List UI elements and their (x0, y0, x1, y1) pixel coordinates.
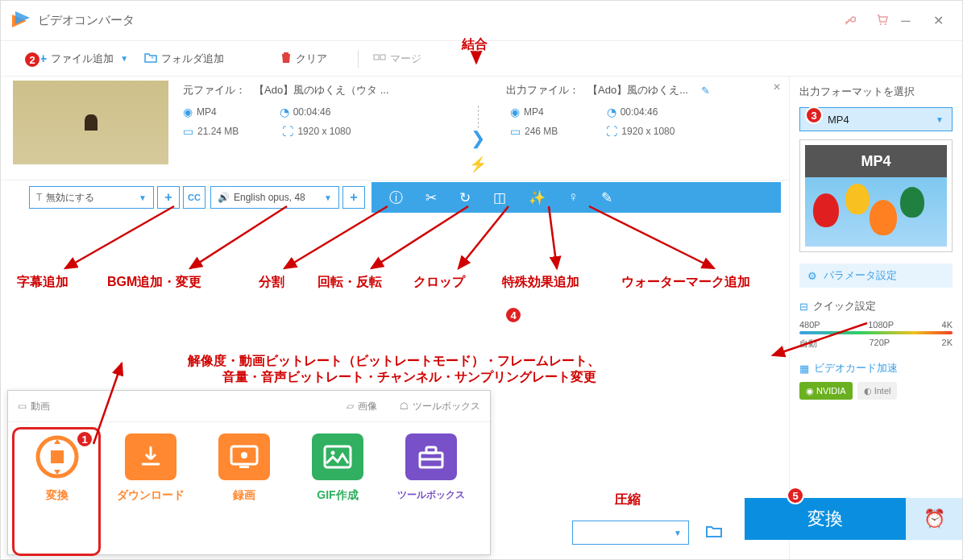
output-path-select[interactable]: ▼ (572, 521, 689, 545)
open-folder-icon[interactable] (705, 524, 723, 542)
clear-button[interactable]: クリア (280, 51, 327, 66)
annot-bgm: BGM追加・変更 (107, 274, 201, 291)
folder-icon: ▭ (183, 125, 193, 138)
effect-icon[interactable]: ✨ (529, 189, 546, 206)
add-folder-button[interactable]: + フォルダ追加 (144, 52, 224, 66)
chip-icon: ▦ (799, 363, 809, 375)
annot-watermark: ウォーターマーク追加 (621, 274, 750, 291)
settings-icon: ⚙ (807, 270, 817, 282)
info-icon[interactable]: ⓘ (389, 189, 403, 207)
annot-subtitle: 字幕追加 (17, 274, 68, 291)
chevron-down-icon: ▼ (674, 529, 682, 537)
gpu-accel-title: ▦ ビデオカード加速 (799, 361, 953, 375)
subtitle-edit-icon[interactable]: ✎ (601, 189, 612, 206)
quality-slider[interactable] (799, 331, 953, 334)
minimize-button[interactable]: ─ (890, 9, 922, 33)
annot-params1: 解像度・動画ビットレート（ビットレートモード）・フレームレート、 (188, 353, 600, 370)
convert-button[interactable]: 変換 (745, 498, 906, 540)
video-icon: ▭ (18, 400, 27, 412)
intel-badge: ◐Intel (857, 382, 898, 400)
speaker-icon: 🔊 (218, 192, 230, 203)
badge-2: 2 (23, 51, 41, 68)
svg-rect-11 (325, 446, 351, 467)
chevron-down-icon: ▼ (139, 193, 147, 202)
parameter-settings-button[interactable]: ⚙ パラメータ設定 (799, 263, 953, 288)
chevron-down-icon: ▼ (324, 193, 332, 202)
svg-point-0 (880, 23, 882, 24)
mode-record[interactable]: 録画 (205, 433, 284, 503)
key-icon[interactable] (845, 12, 859, 30)
edit-icon[interactable]: ✎ (701, 85, 710, 97)
merge-icon (373, 52, 386, 65)
crop-icon[interactable]: ◫ (493, 189, 506, 206)
tab-image[interactable]: ▱画像 (347, 400, 377, 413)
badge-1: 1 (76, 430, 93, 448)
nvidia-badge: ◉NVIDIA (799, 382, 853, 400)
source-file-name: 【Ado】風のゆくえ（ウタ ... (254, 83, 389, 97)
badge-5: 5 (787, 487, 804, 504)
text-icon: T (36, 192, 42, 203)
cc-button[interactable]: CC (183, 186, 205, 209)
resolution-icon: ⛶ (282, 125, 293, 138)
app-logo-icon (9, 10, 31, 32)
annot-compress: 圧縮 (615, 492, 641, 508)
mode-toolbox[interactable]: ツールボックス (392, 433, 471, 503)
output-file-label: 出力ファイル： (506, 83, 579, 97)
cut-icon[interactable]: ✂ (425, 189, 437, 206)
chevron-down-icon: ▼ (936, 115, 944, 124)
remove-file-button[interactable]: ✕ (773, 81, 781, 93)
mode-download[interactable]: ダウンロード (111, 433, 190, 503)
quick-settings-title: ⊟ クイック設定 (799, 299, 953, 313)
svg-text:+: + (151, 55, 154, 60)
source-file-label: 元ファイル： (183, 83, 246, 97)
format-preview: MP4 (799, 139, 953, 252)
add-subtitle-button[interactable]: + (157, 186, 180, 209)
video-thumbnail[interactable] (13, 81, 168, 164)
bolt-icon: ⚡ (469, 156, 487, 173)
app-title: ビデオコンバータ (38, 13, 845, 28)
clock-icon: ◔ (607, 106, 616, 118)
add-file-button[interactable]: + ファイル追加 ▼ (39, 52, 128, 66)
audio-select[interactable]: 🔊 English opus, 48 ▼ (210, 186, 339, 209)
resolution-icon: ⛶ (606, 125, 617, 138)
svg-point-1 (885, 23, 886, 24)
slider-icon: ⊟ (799, 301, 808, 313)
close-button[interactable]: ✕ (922, 9, 954, 33)
svg-rect-4 (380, 55, 385, 60)
mode-convert[interactable]: 1 変換 (18, 433, 97, 503)
svg-point-9 (241, 452, 247, 458)
add-audio-button[interactable]: + (342, 186, 365, 209)
merge-button[interactable]: マージ (373, 52, 421, 66)
rotate-icon[interactable]: ↻ (459, 189, 471, 206)
svg-rect-3 (374, 55, 379, 60)
svg-rect-10 (239, 466, 249, 468)
badge-4: 4 (504, 306, 522, 324)
annot-split: 分割 (259, 274, 284, 291)
tab-toolbox[interactable]: ☖ツールボックス (400, 400, 480, 413)
chevron-down-icon[interactable]: ▼ (120, 54, 128, 63)
toolbox-icon: ☖ (400, 400, 409, 412)
output-format-title: 出力フォーマットを選択 (799, 85, 953, 99)
schedule-button[interactable]: ⏰ (906, 498, 962, 540)
svg-point-12 (331, 451, 335, 455)
format-icon: ◉ (510, 106, 520, 118)
mode-panel: ▭動画 ▱画像 ☖ツールボックス 1 変換 ダウンロード 録画 GIF作成 (7, 390, 491, 555)
annot-combine: 結合 (462, 36, 488, 53)
watermark-icon[interactable]: ♀ (568, 189, 579, 205)
folder-icon: ▭ (510, 125, 521, 138)
arrow-right-icon: ❯ (471, 128, 485, 149)
annot-crop: クロップ (413, 274, 465, 291)
svg-rect-14 (426, 447, 436, 453)
output-file-name: 【Ado】風のゆくえ... (587, 83, 688, 97)
output-format-select[interactable]: MP4 ▼ (799, 107, 953, 131)
image-icon: ▱ (347, 400, 354, 412)
subtitle-select[interactable]: T 無効にする ▼ (29, 186, 154, 209)
badge-3: 3 (805, 106, 823, 124)
cart-icon[interactable] (875, 12, 890, 30)
tab-video[interactable]: ▭動画 (18, 400, 50, 413)
mode-gif[interactable]: GIF作成 (298, 433, 377, 503)
edit-toolbar: ⓘ ✂ ↻ ◫ ✨ ♀ ✎ (372, 182, 781, 213)
annot-rotate: 回転・反転 (318, 274, 382, 291)
trash-icon (280, 51, 292, 66)
clock-icon: ◔ (280, 106, 289, 118)
